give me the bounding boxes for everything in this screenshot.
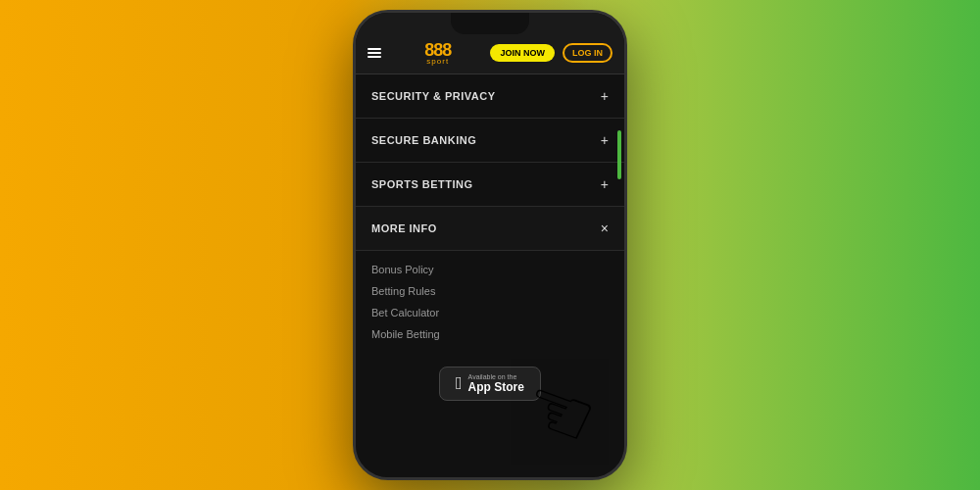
apple-icon:  (456, 373, 463, 394)
accordion-item-sports[interactable]: SPORTS BETTING + (356, 163, 624, 207)
link-mobile-betting[interactable]: Mobile Betting (371, 323, 609, 345)
phone-content: 888 sport JOIN NOW LOG IN SECURITY & PRI… (356, 13, 624, 477)
logo-sport: sport (426, 57, 449, 66)
app-store-name: App Store (468, 380, 524, 394)
phone-notch (451, 13, 529, 34)
accordion-label-banking: SECURE BANKING (371, 134, 476, 146)
accordion-label-security: SECURITY & PRIVACY (371, 90, 496, 102)
accordion-list: SECURITY & PRIVACY + SECURE BANKING + SP… (356, 74, 624, 477)
hamburger-icon (368, 48, 381, 58)
accordion-label-more: MORE INFO (371, 222, 437, 234)
phone-wrapper: 888 sport JOIN NOW LOG IN SECURITY & PRI… (353, 10, 627, 480)
accordion-item-banking[interactable]: SECURE BANKING + (356, 119, 624, 163)
link-bet-calculator[interactable]: Bet Calculator (371, 302, 609, 323)
login-button[interactable]: LOG IN (563, 43, 612, 63)
join-now-button[interactable]: JOIN NOW (490, 44, 555, 62)
accordion-icon-sports: + (601, 176, 609, 192)
accordion-item-security[interactable]: SECURITY & PRIVACY + (356, 74, 624, 119)
app-store-button[interactable]:  Available on the App Store (439, 367, 541, 401)
available-on-label: Available on the (468, 373, 524, 380)
link-betting-rules[interactable]: Betting Rules (371, 280, 609, 302)
accordion-icon-more: × (601, 220, 609, 236)
accordion-icon-security: + (601, 88, 609, 104)
more-info-expanded: Bonus Policy Betting Rules Bet Calculato… (356, 251, 624, 357)
link-bonus-policy[interactable]: Bonus Policy (371, 259, 609, 280)
app-store-area:  Available on the App Store (356, 357, 624, 411)
accordion-item-more[interactable]: MORE INFO × (356, 207, 624, 251)
phone-device: 888 sport JOIN NOW LOG IN SECURITY & PRI… (353, 10, 627, 480)
scroll-indicator (617, 130, 621, 179)
logo-container: 888 sport (393, 40, 482, 66)
accordion-icon-banking: + (601, 132, 609, 148)
accordion-label-sports: SPORTS BETTING (371, 178, 473, 190)
menu-icon[interactable] (368, 48, 385, 58)
app-store-text: Available on the App Store (468, 373, 524, 394)
